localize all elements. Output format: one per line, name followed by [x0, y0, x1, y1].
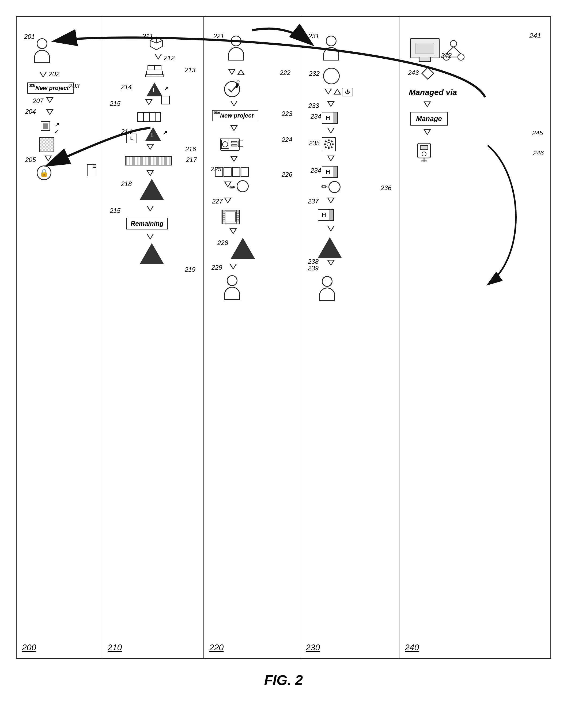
ref-235: 235 [309, 139, 320, 147]
ref-212: 212 [164, 54, 175, 62]
diag-arr-bot: ↗ [162, 129, 167, 136]
icon-flatboxes-212 [145, 65, 164, 80]
arrow-down-228 [229, 264, 237, 271]
svg-rect-43 [331, 146, 333, 148]
ref-202: 202 [49, 70, 59, 78]
ref-215-top: 215 [110, 100, 120, 107]
ref-243: 243 [408, 69, 419, 77]
svg-rect-18 [231, 145, 237, 146]
arrow-down-223 [230, 125, 238, 132]
arrows-ud-232 [324, 89, 341, 95]
icon-sq-215 [161, 96, 170, 104]
ref-224: 224 [282, 136, 292, 144]
panel-210: 211 212 [102, 17, 204, 658]
panel-220: 221 222 [204, 17, 300, 658]
ref-201: 201 [24, 33, 35, 40]
svg-rect-17 [231, 141, 237, 143]
figure-caption: FIG. 2 [264, 672, 303, 688]
svg-rect-52 [420, 145, 428, 150]
svg-line-2 [150, 40, 156, 43]
person-231 [323, 36, 339, 61]
ref-215-bot: 215 [110, 207, 120, 214]
ref-234-bot: 234 [311, 167, 321, 174]
svg-rect-36 [328, 139, 330, 141]
arrow-down-218 [146, 206, 154, 213]
panel-230: 231 232 [300, 17, 399, 658]
arrow-down-235 [327, 156, 335, 163]
ref-214-top: 214 [121, 83, 132, 91]
ref-232: 232 [309, 70, 320, 77]
svg-rect-33 [237, 219, 239, 221]
managed-via-label: Managed via [409, 88, 457, 97]
arrow-down-mv [424, 101, 431, 108]
svg-rect-23 [232, 167, 240, 176]
pencil-226: ✏ [229, 183, 236, 192]
arrow-down-check [230, 101, 238, 108]
svg-rect-29 [223, 216, 225, 217]
ref-216: 216 [185, 145, 196, 153]
manage-box-244: Manage [410, 112, 448, 126]
arrow-down-5 [44, 156, 52, 163]
arrow-down-224 [230, 156, 238, 163]
new-project-220: ≋≋ New project [212, 110, 258, 121]
svg-rect-7 [146, 75, 163, 77]
arrow-down-203 [46, 97, 54, 104]
svg-rect-22 [224, 167, 231, 176]
svg-rect-28 [223, 212, 225, 214]
circle-236 [328, 181, 341, 193]
monitor-241 [410, 38, 440, 62]
svg-rect-38 [324, 144, 326, 145]
ref-205: 205 [25, 156, 36, 164]
ref-207: 207 [33, 97, 43, 105]
icon-diamond-243 [421, 66, 435, 81]
warn-triangle-228 [231, 238, 255, 260]
arrow-down-234 [327, 128, 335, 135]
icon-drive-224 [220, 136, 244, 153]
icon-rectbox-213 [137, 112, 161, 123]
ref-203: 203 [69, 82, 80, 90]
svg-point-35 [327, 142, 331, 146]
panel-240: 241 242 [399, 17, 550, 658]
ref-217: 217 [186, 156, 197, 164]
icon-hbox-234-2: H [322, 166, 338, 178]
ref-225: 225 [211, 165, 221, 173]
arrow-down-237 [327, 226, 335, 233]
svg-line-3 [156, 40, 162, 43]
ref-241: 241 [530, 32, 541, 40]
icon-paper-200 [87, 164, 96, 176]
arrow-down-233 [327, 101, 335, 108]
ref-218: 218 [121, 180, 132, 188]
ref-226: 226 [282, 171, 292, 178]
warn-triangle-218 [140, 179, 164, 201]
panel-label-210: 210 [108, 643, 122, 652]
new-project-box-200: ≋≋ New project [27, 82, 74, 94]
svg-rect-32 [237, 216, 239, 217]
svg-point-44 [450, 40, 457, 47]
panel-label-200: 200 [22, 643, 36, 652]
arrow-down-manage [424, 129, 431, 136]
icon-hbox-237: H [318, 209, 334, 221]
ref-213-top: 213 [185, 66, 195, 74]
svg-point-53 [422, 152, 426, 156]
ref-239: 239 [308, 265, 319, 272]
check-extra: 🖌 [233, 80, 241, 89]
ref-237: 237 [308, 198, 319, 205]
panel-label-230: 230 [306, 643, 320, 652]
arrow-down-211 [154, 54, 162, 61]
svg-rect-30 [223, 219, 225, 221]
svg-rect-42 [325, 146, 327, 148]
arrow-down-216 [146, 144, 154, 151]
arrow-down-226 [224, 198, 232, 205]
ref-219: 219 [185, 266, 195, 273]
person-icon-201 [34, 38, 50, 63]
ref-222: 222 [280, 69, 290, 77]
ref-238: 238 [308, 258, 319, 265]
svg-rect-37 [328, 147, 330, 149]
warn-triangle-238 [318, 237, 342, 259]
ref-227: 227 [212, 198, 223, 205]
ref-233: 233 [308, 102, 319, 110]
icon-3dbox-211 [149, 36, 164, 51]
warn-triangle-214-bot [145, 127, 161, 142]
icon-checker-200 [39, 137, 54, 152]
svg-point-16 [222, 142, 228, 147]
